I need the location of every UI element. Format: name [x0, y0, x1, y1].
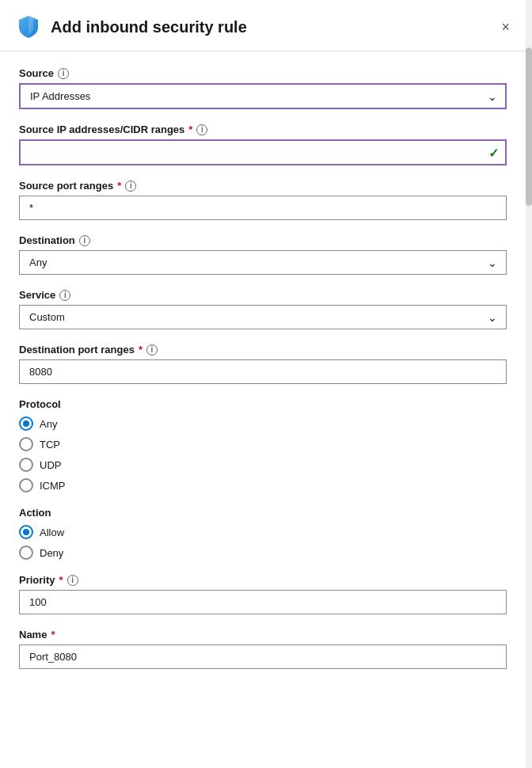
action-radio-group: Allow Deny: [19, 525, 507, 560]
action-label: Action: [19, 507, 507, 519]
source-port-input[interactable]: [19, 196, 507, 220]
protocol-any-radio[interactable]: [19, 416, 33, 431]
protocol-udp-radio[interactable]: [19, 458, 33, 472]
dest-port-info-icon[interactable]: i: [146, 344, 158, 355]
action-allow-option[interactable]: Allow: [19, 525, 507, 539]
action-allow-radio-inner: [23, 529, 29, 535]
source-ip-group: Source IP addresses/CIDR ranges * i ✓: [19, 124, 507, 165]
destination-select-wrapper: Any IP Addresses Service Tag Application…: [19, 250, 507, 275]
protocol-any-option[interactable]: Any: [19, 416, 507, 431]
action-allow-label: Allow: [40, 527, 64, 538]
scrollbar-track[interactable]: [526, 0, 532, 768]
protocol-icmp-option[interactable]: ICMP: [19, 478, 507, 492]
name-label-text: Name: [19, 629, 47, 641]
service-select-wrapper: Custom HTTP HTTPS RDP SSH ⌄: [19, 305, 507, 329]
panel-title: Add inbound security rule: [51, 18, 495, 36]
name-label: Name *: [19, 629, 507, 641]
source-ip-input[interactable]: [19, 139, 507, 165]
priority-required: *: [59, 574, 63, 586]
source-port-group: Source port ranges * i: [19, 180, 507, 220]
dest-port-required: *: [139, 344, 142, 355]
name-group: Name *: [19, 629, 507, 669]
action-group: Action Allow Deny: [19, 507, 507, 560]
source-port-label-text: Source port ranges: [19, 180, 113, 192]
protocol-udp-label: UDP: [40, 459, 61, 471]
name-required: *: [51, 629, 55, 641]
dest-port-input[interactable]: [19, 359, 507, 384]
panel-header: Add inbound security rule ×: [0, 0, 532, 51]
close-button[interactable]: ×: [495, 17, 516, 37]
dest-port-label-text: Destination port ranges: [19, 344, 135, 355]
protocol-any-label: Any: [40, 418, 57, 430]
action-deny-label: Deny: [40, 547, 63, 559]
source-select[interactable]: IP Addresses Any Service Tag Application…: [19, 83, 507, 109]
destination-label-text: Destination: [19, 234, 75, 246]
protocol-icmp-label: ICMP: [40, 480, 66, 492]
source-ip-info-icon[interactable]: i: [196, 124, 207, 135]
source-ip-required: *: [188, 124, 192, 135]
protocol-tcp-option[interactable]: TCP: [19, 437, 507, 451]
priority-input[interactable]: [19, 590, 507, 614]
name-input[interactable]: [19, 644, 507, 669]
protocol-tcp-radio[interactable]: [19, 437, 33, 451]
priority-group: Priority * i: [19, 574, 507, 614]
source-port-label: Source port ranges * i: [19, 180, 507, 192]
priority-info-icon[interactable]: i: [67, 575, 78, 586]
protocol-group: Protocol Any TCP UDP I: [19, 398, 507, 492]
shield-icon: [16, 14, 41, 40]
source-port-info-icon[interactable]: i: [125, 181, 136, 192]
priority-label-text: Priority: [19, 574, 55, 586]
service-info-icon[interactable]: i: [59, 290, 70, 301]
dest-port-group: Destination port ranges * i: [19, 344, 507, 384]
protocol-icmp-radio[interactable]: [19, 478, 33, 492]
service-label: Service i: [19, 289, 507, 301]
source-select-wrapper: IP Addresses Any Service Tag Application…: [19, 83, 507, 109]
source-ip-input-wrapper: ✓: [19, 139, 507, 165]
destination-label: Destination i: [19, 234, 507, 246]
destination-group: Destination i Any IP Addresses Service T…: [19, 234, 507, 275]
protocol-label: Protocol: [19, 398, 507, 410]
scrollbar-thumb[interactable]: [526, 48, 532, 206]
form-body: Source i IP Addresses Any Service Tag Ap…: [0, 51, 532, 707]
protocol-tcp-label: TCP: [40, 439, 60, 451]
add-inbound-rule-panel: Add inbound security rule × Source i IP …: [0, 0, 532, 768]
action-allow-radio[interactable]: [19, 525, 33, 539]
priority-label: Priority * i: [19, 574, 507, 586]
source-ip-label-text: Source IP addresses/CIDR ranges: [19, 124, 184, 135]
protocol-any-radio-inner: [23, 420, 29, 427]
source-port-required: *: [117, 180, 121, 192]
protocol-radio-group: Any TCP UDP ICMP: [19, 416, 507, 492]
destination-info-icon[interactable]: i: [79, 235, 90, 246]
source-ip-check-icon: ✓: [488, 145, 499, 160]
source-label: Source i: [19, 67, 507, 79]
service-select[interactable]: Custom HTTP HTTPS RDP SSH: [19, 305, 507, 329]
action-deny-radio[interactable]: [19, 546, 33, 560]
source-ip-label: Source IP addresses/CIDR ranges * i: [19, 124, 507, 135]
source-group: Source i IP Addresses Any Service Tag Ap…: [19, 67, 507, 109]
service-label-text: Service: [19, 289, 55, 301]
protocol-udp-option[interactable]: UDP: [19, 458, 507, 472]
destination-select[interactable]: Any IP Addresses Service Tag Application…: [19, 250, 507, 275]
source-label-text: Source: [19, 67, 54, 79]
action-deny-option[interactable]: Deny: [19, 546, 507, 560]
service-group: Service i Custom HTTP HTTPS RDP SSH ⌄: [19, 289, 507, 329]
dest-port-label: Destination port ranges * i: [19, 344, 507, 355]
source-info-icon[interactable]: i: [58, 68, 69, 79]
